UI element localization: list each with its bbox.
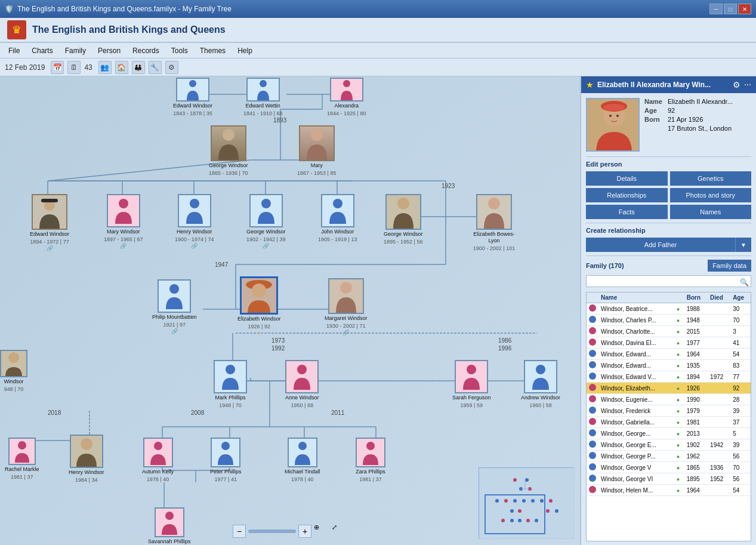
menu-records[interactable]: Records [126, 45, 165, 57]
fullscreen-button[interactable]: ⤢ [332, 524, 347, 539]
table-row[interactable]: Windsor, George... ● 2013 5 [587, 428, 751, 439]
details-button[interactable]: Details [586, 171, 668, 186]
person-elizabeth-bowes-lyon[interactable]: Elizabeth Bowes-Lyon 1900 - 2002 | 101 [470, 194, 518, 251]
col-name[interactable]: Name [598, 292, 674, 303]
person-elizabeth-windsor-main[interactable]: Elizabeth Windsor 1926 | 92 ☆ [237, 276, 281, 336]
person-settings-icon[interactable]: ⚙ [733, 80, 740, 90]
zoom-slider[interactable] [248, 529, 296, 533]
calendar-alt-icon[interactable]: 🗓 [67, 61, 81, 74]
table-row[interactable]: Windsor, Beatrice... ● 1988 30 [587, 303, 751, 315]
table-row[interactable]: Windsor, George E... ● 1902 1942 39 [587, 439, 751, 451]
person-alexandra[interactable]: Alexandra 1844 - 1925 | 80 [327, 78, 366, 117]
minimize-button[interactable]: ─ [709, 4, 723, 14]
menu-help[interactable]: Help [232, 45, 258, 57]
member-born: 1962 [684, 451, 708, 462]
person-zara-phillips[interactable]: Zara Phillips 1981 | 37 [356, 438, 385, 483]
window-controls: ─ □ ✕ [709, 4, 751, 14]
member-name: Windsor, Charlotte... [598, 326, 674, 337]
family-table-container[interactable]: Name Born Died Age Windsor, Beatrice... … [586, 292, 751, 541]
table-row[interactable]: Windsor, Helen M... ● 1964 54 [587, 485, 751, 496]
person-edward-wettin[interactable]: Edward Wettin 1841 - 1910 | 68 [243, 78, 282, 117]
member-status: ● [674, 303, 684, 315]
table-row[interactable]: Windsor, Gabriella... ● 1981 37 [587, 417, 751, 428]
table-row[interactable]: Windsor, Charlotte... ● 2015 3 [587, 326, 751, 337]
menu-person[interactable]: Person [92, 45, 126, 57]
maximize-button[interactable]: □ [724, 4, 737, 14]
person-edward-windsor-1894[interactable]: Edward Windsor 1894 - 1972 | 77 🔗 [30, 194, 69, 251]
person-mark-phillips[interactable]: Mark Phillips 1948 | 70 [214, 360, 247, 409]
facts-button[interactable]: Facts [586, 205, 668, 219]
genetics-button[interactable]: Genetics [670, 171, 752, 186]
person-windsor-left[interactable]: Windsor 948 | 70 [0, 350, 27, 393]
person-sarah-ferguson[interactable]: Sarah Ferguson 1959 | 59 [452, 360, 491, 409]
person-henry-windsor-1900[interactable]: Henry Windsor 1900 - 1974 | 74 🔗 [175, 194, 214, 249]
year-2008: 2008 [191, 409, 204, 416]
family-tree-area[interactable]: 1893 1923 1947 1973 1992 1986 1996 2018 … [0, 76, 580, 545]
person-gender-icon [587, 326, 598, 337]
person-george-windsor-1865[interactable]: George Windsor 1865 - 1936 | 70 [209, 125, 248, 177]
col-age[interactable]: Age [730, 292, 751, 303]
table-row[interactable]: Windsor, George VI ● 1895 1952 56 [587, 473, 751, 485]
calendar-icon[interactable]: 📅 [51, 61, 64, 74]
table-row[interactable]: Windsor, Elizabeth... ● 1926 92 [587, 383, 751, 394]
member-status: ● [674, 360, 684, 371]
photos-story-button[interactable]: Photos and story [670, 188, 752, 202]
person-peter-phillips[interactable]: Peter Phillips 1977 | 41 [210, 438, 242, 483]
col-born[interactable]: Born [684, 292, 708, 303]
person-andrew-windsor[interactable]: Andrew Windsor 1960 | 58 [521, 360, 560, 409]
member-age: 92 [730, 383, 751, 394]
close-button[interactable]: ✕ [738, 4, 751, 14]
person-michael-tindall[interactable]: Michael Tindall 1978 | 40 [285, 438, 320, 483]
relationships-button[interactable]: Relationships [586, 188, 668, 202]
person-autumn-kelly[interactable]: Autumn Kelly 1978 | 40 [142, 438, 174, 483]
table-row[interactable]: Windsor, Charles P... ● 1948 70 [587, 315, 751, 326]
person-john-windsor-1905[interactable]: John Windsor 1905 - 1919 | 13 [318, 194, 357, 243]
person-anne-windsor[interactable]: Anne Windsor 1950 | 68 [285, 360, 319, 409]
app-title: The English and British Kings and Queens [32, 24, 226, 35]
people-icon[interactable]: 👥 [98, 61, 112, 74]
person-menu-icon[interactable]: ⋯ [744, 81, 751, 89]
family-data-button[interactable]: Family data [708, 260, 751, 272]
person-philip-mountbatten[interactable]: Philip Mountbatten 1921 | 97 🔗 [152, 279, 197, 334]
table-row[interactable]: Windsor, Edward... ● 1935 83 [587, 360, 751, 371]
person-edward-windsor-sr[interactable]: Edward Windsor 1843 - 1878 | 35 [173, 78, 212, 117]
table-row[interactable]: Windsor, Edward V... ● 1894 1972 77 [587, 371, 751, 383]
table-row[interactable]: Windsor, Eugenie... ● 1990 28 [587, 394, 751, 405]
table-row[interactable]: Windsor, Davina El... ● 1977 41 [587, 337, 751, 349]
person-mary-windsor-1897[interactable]: Mary Windsor 1897 - 1965 | 67 🔗 [104, 194, 143, 249]
add-father-button[interactable]: Add Father [586, 238, 735, 252]
right-panel: ★ Elizabeth II Alexandra Mary Win... ⚙ ⋯ [580, 76, 756, 545]
settings-icon[interactable]: ⚙ [165, 61, 178, 74]
menu-charts[interactable]: Charts [26, 45, 58, 57]
member-status: ● [674, 326, 684, 337]
family-search-input[interactable] [586, 275, 751, 287]
names-button[interactable]: Names [670, 205, 752, 219]
member-born: 2013 [684, 428, 708, 439]
add-father-dropdown[interactable]: ▼ [735, 238, 751, 252]
group-icon[interactable]: 👪 [132, 61, 145, 74]
menu-family[interactable]: Family [59, 45, 92, 57]
col-died[interactable]: Died [708, 292, 730, 303]
svg-point-71 [154, 442, 162, 450]
person-mary-1867[interactable]: Mary 1867 - 1953 | 85 [297, 125, 336, 177]
table-row[interactable]: Windsor, Frederick ● 1979 39 [587, 405, 751, 417]
zoom-out-button[interactable]: − [233, 525, 246, 538]
menu-themes[interactable]: Themes [194, 45, 232, 57]
person-henry-windsor-1984[interactable]: Henry Windsor 1984 | 34 [69, 435, 104, 484]
tools-icon[interactable]: 🔧 [149, 61, 162, 74]
home-icon[interactable]: 🏠 [115, 61, 128, 74]
menu-file[interactable]: File [2, 45, 26, 57]
person-george-windsor-1895[interactable]: George Windsor 1895 - 1952 | 56 [384, 194, 423, 245]
person-rachel-markle[interactable]: Rachel Markle 1981 | 37 [5, 438, 39, 481]
person-george-windsor-1902[interactable]: George Windsor 1902 - 1942 | 39 🔗 [246, 194, 286, 249]
person-margaret-windsor[interactable]: Margaret Windsor 1930 - 2002 | 71 🔗 [325, 278, 368, 335]
zoom-in-button[interactable]: + [298, 525, 311, 538]
menu-tools[interactable]: Tools [165, 45, 194, 57]
table-row[interactable]: Windsor, George P... ● 1962 56 [587, 451, 751, 462]
fit-view-button[interactable]: ⊕ [314, 524, 329, 539]
table-row[interactable]: Windsor, Edward... ● 1964 54 [587, 349, 751, 360]
person-photo[interactable] [586, 98, 640, 152]
person-savannah-phillips[interactable]: Savannah Phillips 2010 | 8 [148, 507, 191, 545]
person-gender-icon [587, 439, 598, 451]
table-row[interactable]: Windsor, George V ● 1865 1936 70 [587, 462, 751, 473]
